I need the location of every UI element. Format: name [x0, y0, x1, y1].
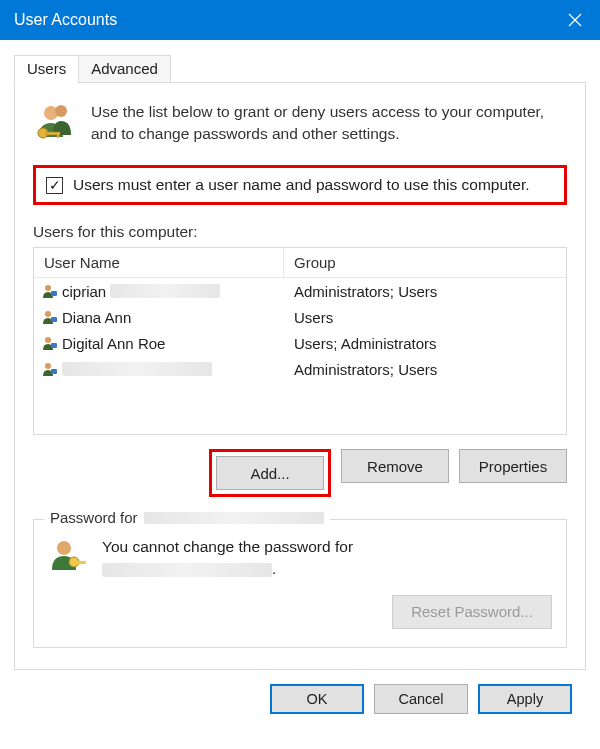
tab-advanced-label: Advanced [91, 60, 158, 77]
password-message-line1: You cannot change the password for [102, 538, 353, 555]
users-list-header: User Name Group [34, 248, 566, 278]
redacted-text [110, 284, 220, 298]
tab-panel-users: Use the list below to grant or deny user… [14, 82, 586, 670]
column-header-group[interactable]: Group [284, 248, 566, 277]
users-list: User Name Group ciprian Administrators; … [33, 247, 567, 435]
password-legend-prefix: Password for [50, 509, 138, 526]
table-row[interactable]: Digital Ann Roe Users; Administrators [34, 330, 566, 356]
users-keys-icon [33, 101, 77, 145]
close-button[interactable] [550, 0, 600, 40]
svg-point-9 [45, 311, 51, 317]
tab-users[interactable]: Users [14, 55, 79, 83]
password-groupbox: Password for You cannot change the passw… [33, 519, 567, 648]
intro-block: Use the list below to grant or deny user… [33, 101, 567, 145]
svg-point-15 [57, 541, 71, 555]
user-icon [42, 335, 58, 351]
reset-password-label: Reset Password... [411, 603, 533, 620]
tab-users-label: Users [27, 60, 66, 77]
cancel-button[interactable]: Cancel [374, 684, 468, 714]
svg-rect-6 [57, 132, 59, 138]
require-password-label: Users must enter a user name and passwor… [73, 176, 530, 194]
user-name: Digital Ann Roe [62, 335, 165, 352]
cancel-button-label: Cancel [398, 691, 443, 707]
intro-text: Use the list below to grant or deny user… [91, 101, 567, 145]
apply-button[interactable]: Apply [478, 684, 572, 714]
user-group: Users; Administrators [284, 335, 566, 352]
user-icon [42, 361, 58, 377]
tab-strip: Users Advanced [14, 55, 586, 83]
apply-button-label: Apply [507, 691, 543, 707]
password-groupbox-legend: Password for [44, 509, 330, 526]
properties-button-label: Properties [479, 458, 547, 475]
svg-point-11 [45, 337, 51, 343]
ok-button[interactable]: OK [270, 684, 364, 714]
user-group: Administrators; Users [284, 361, 566, 378]
table-row[interactable]: Diana Ann Users [34, 304, 566, 330]
close-icon [568, 13, 582, 27]
remove-button[interactable]: Remove [341, 449, 449, 483]
table-row[interactable]: Administrators; Users [34, 356, 566, 382]
svg-point-7 [45, 285, 51, 291]
add-button-label: Add... [250, 465, 289, 482]
require-password-checkbox[interactable]: ✓ [46, 177, 63, 194]
reset-password-button: Reset Password... [392, 595, 552, 629]
user-action-buttons: Add... Remove Properties [33, 449, 567, 497]
password-message-suffix: . [272, 560, 276, 577]
properties-button[interactable]: Properties [459, 449, 567, 483]
require-password-row-highlight: ✓ Users must enter a user name and passw… [33, 165, 567, 205]
ok-button-label: OK [307, 691, 328, 707]
svg-point-3 [55, 105, 67, 117]
svg-rect-10 [51, 317, 57, 322]
svg-rect-14 [51, 369, 57, 374]
user-group: Users [284, 309, 566, 326]
redacted-text [144, 512, 324, 524]
user-key-icon [48, 536, 88, 579]
window-title: User Accounts [14, 11, 550, 29]
redacted-text [62, 362, 212, 376]
add-button[interactable]: Add... [216, 456, 324, 490]
svg-rect-17 [77, 561, 86, 564]
user-name: Diana Ann [62, 309, 131, 326]
column-header-username[interactable]: User Name [34, 248, 284, 277]
add-button-highlight: Add... [209, 449, 331, 497]
dialog-button-row: OK Cancel Apply [14, 670, 586, 714]
tab-advanced[interactable]: Advanced [78, 55, 171, 83]
user-icon [42, 309, 58, 325]
svg-rect-12 [51, 343, 57, 348]
user-group: Administrators; Users [284, 283, 566, 300]
user-name: ciprian [62, 283, 106, 300]
svg-rect-8 [51, 291, 57, 296]
password-message: You cannot change the password for . [102, 536, 353, 581]
svg-point-13 [45, 363, 51, 369]
users-list-label: Users for this computer: [33, 223, 567, 241]
table-row[interactable]: ciprian Administrators; Users [34, 278, 566, 304]
remove-button-label: Remove [367, 458, 423, 475]
user-icon [42, 283, 58, 299]
redacted-text [102, 563, 272, 577]
titlebar: User Accounts [0, 0, 600, 40]
